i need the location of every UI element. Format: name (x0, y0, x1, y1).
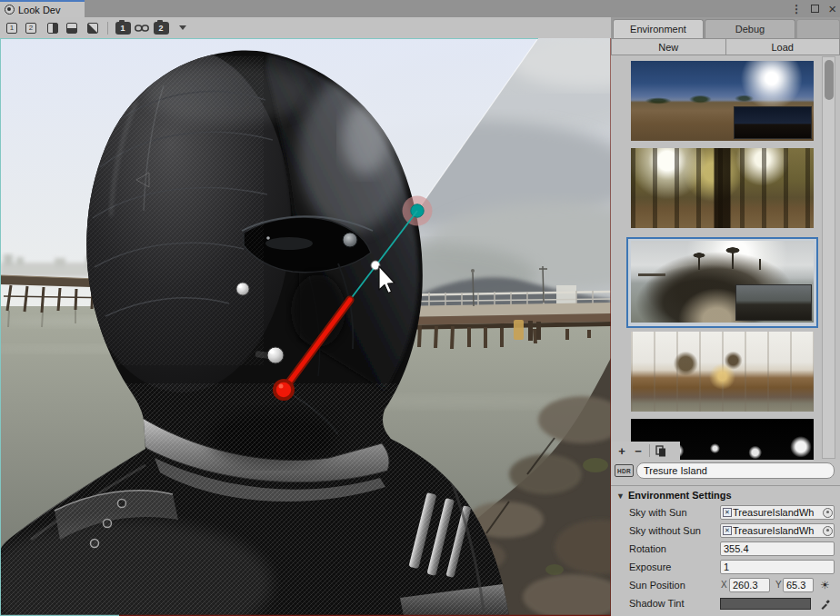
sun-y-input[interactable] (783, 578, 814, 592)
split-center-handle[interactable] (372, 262, 380, 270)
tab-debug[interactable]: Debug (705, 19, 795, 38)
hdri-thumbnail-church-interior[interactable] (631, 332, 814, 412)
tab-environment[interactable]: Environment (613, 19, 704, 38)
eyedropper-icon (820, 598, 832, 610)
sun-position-label: Sun Position (629, 580, 685, 591)
hdri-inset-preview (735, 284, 812, 321)
shadow-tint-row: Shadow Tint (611, 595, 840, 613)
sun-icon: ☀ (820, 579, 830, 591)
toolbar-separator (649, 444, 650, 457)
exposure-label: Exposure (629, 561, 671, 572)
scrollbar-thumb[interactable] (825, 60, 834, 100)
exposure-input[interactable] (720, 560, 835, 574)
add-hdri-button[interactable]: + (615, 442, 629, 459)
island-pier (638, 273, 665, 276)
sun-pick-button[interactable]: ☀ (817, 578, 833, 592)
sky-without-sun-object-field[interactable]: ✕ TreasureIslandWh (720, 523, 835, 538)
split-horizontal-view-button[interactable] (63, 20, 81, 36)
bolt-silver (267, 347, 284, 363)
hdri-thumbnail-forest[interactable] (631, 148, 814, 228)
split-diagonal-icon (87, 23, 98, 34)
camera-1-icon: 1 (115, 22, 131, 35)
link-cameras-button[interactable] (133, 20, 151, 36)
maximize-icon[interactable] (811, 5, 819, 13)
hdr-badge: HDR (615, 464, 634, 477)
window-title: Look Dev (18, 5, 60, 15)
sky-with-sun-row: Sky with Sun ✕ TreasureIslandWh (611, 504, 840, 522)
split-zone-view-button[interactable] (84, 20, 102, 36)
sky-with-sun-object-field[interactable]: ✕ TreasureIslandWh (720, 505, 835, 520)
foldout-triangle-icon[interactable]: ▼ (616, 492, 625, 501)
new-button-label: New (658, 42, 678, 53)
sky-with-sun-label: Sky with Sun (629, 507, 687, 518)
hdr-name-row: HDR (611, 462, 840, 482)
bolt-dark (343, 233, 357, 247)
hdri-thumbnail-sunny-scrubland[interactable] (631, 61, 814, 141)
environment-settings-header[interactable]: ▼ Environment Settings (611, 489, 840, 503)
single-view-2-button[interactable]: 2 (22, 20, 40, 36)
hdri-list (611, 55, 840, 460)
hdri-inset-preview (734, 106, 812, 139)
viewport[interactable] (0, 38, 611, 616)
thumbnail-scrollbar[interactable] (822, 56, 835, 459)
plus-icon: + (618, 444, 625, 458)
sky-without-sun-label: Sky without Sun (629, 525, 701, 536)
sun-y-label: Y (775, 580, 782, 590)
hdri-list-toolbar: + − (611, 442, 680, 460)
camera-1-button[interactable]: 1 (114, 20, 132, 36)
split-horizontal-icon (66, 23, 77, 34)
remove-hdri-button[interactable]: − (631, 442, 645, 459)
lookdev-toolbar: 1 2 1 2 (0, 17, 611, 38)
sky-without-sun-value: TreasureIslandWh (733, 525, 823, 536)
sky-without-sun-row: Sky without Sun ✕ TreasureIslandWh (611, 522, 840, 541)
separator (611, 485, 840, 486)
camera-2-button[interactable]: 2 (152, 20, 170, 36)
sun-x-input[interactable] (729, 578, 770, 592)
tab-look-dev[interactable]: Look Dev (0, 0, 85, 17)
rotation-row: Rotation (611, 541, 840, 559)
rotation-label: Rotation (629, 543, 666, 554)
single-view-1-button[interactable]: 1 (3, 20, 21, 36)
lookdev-render[interactable] (0, 38, 611, 616)
window-menu-icon[interactable]: ⋮ (791, 4, 802, 15)
panel-tabbar: Environment Debug (611, 17, 840, 38)
shadow-tint-label: Shadow Tint (629, 598, 685, 609)
camera-2-icon: 2 (154, 22, 169, 35)
sky-with-sun-value: TreasureIslandWh (733, 507, 823, 518)
load-button-label: Load (772, 42, 794, 53)
view-2-icon: 2 (25, 23, 36, 34)
tab-debug-label: Debug (735, 24, 765, 35)
new-button[interactable]: New (611, 38, 726, 55)
environment-settings-title: Environment Settings (628, 490, 732, 501)
exposure-row: Exposure (611, 559, 840, 577)
object-picker-icon[interactable] (823, 508, 833, 518)
object-picker-icon[interactable] (823, 526, 833, 536)
duplicate-icon (655, 445, 666, 457)
toolbar-separator (107, 22, 108, 35)
eyedropper-button[interactable] (819, 597, 833, 611)
tab-empty (796, 19, 840, 38)
rotation-input[interactable] (720, 541, 835, 556)
duplicate-hdri-button[interactable] (654, 442, 668, 459)
palm-canopy (693, 253, 705, 258)
chevron-down-icon (179, 25, 186, 30)
side-by-side-view-button[interactable] (44, 20, 62, 36)
cubemap-icon: ✕ (723, 508, 732, 517)
hdri-name-input[interactable] (636, 462, 835, 479)
environment-panel: Environment Debug New Load (611, 17, 840, 616)
minus-icon: − (635, 444, 642, 458)
split-handle-b[interactable] (276, 383, 291, 397)
view-1-icon: 1 (6, 23, 17, 34)
hdri-thumbnail-treasure-island[interactable] (631, 241, 814, 323)
sun-position-row: Sun Position X Y ☀ (611, 577, 840, 595)
eye-icon (5, 5, 15, 15)
close-icon[interactable]: × (828, 2, 836, 15)
load-button[interactable]: Load (726, 38, 840, 55)
camera-dropdown-button[interactable] (171, 20, 189, 36)
palm-tree (759, 259, 761, 270)
shadow-tint-swatch[interactable] (720, 598, 811, 610)
split-vertical-icon (47, 23, 58, 34)
window-tabbar: Look Dev ⋮ × (0, 0, 840, 17)
tab-environment-label: Environment (630, 24, 686, 35)
palm-canopy (725, 247, 740, 253)
